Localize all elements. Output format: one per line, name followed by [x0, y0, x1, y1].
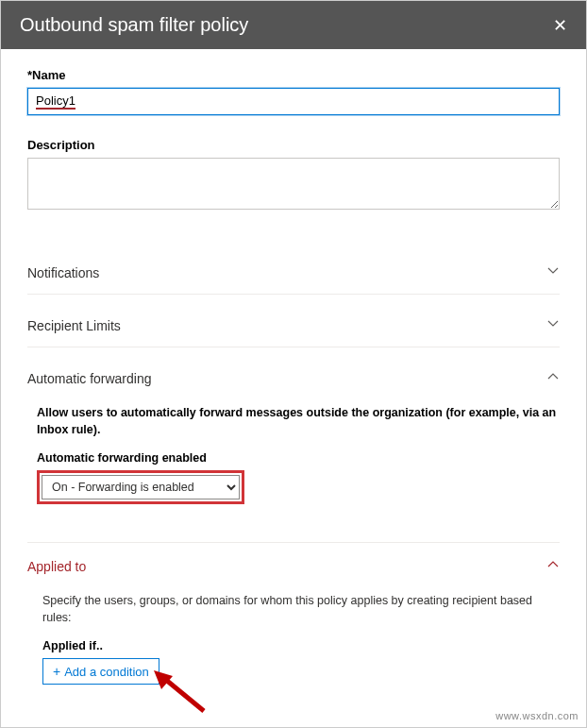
forwarding-enabled-label: Automatic forwarding enabled: [37, 451, 560, 465]
section-recipient-limits[interactable]: Recipient Limits: [27, 304, 560, 347]
applied-to-help-text: Specify the users, groups, or domains fo…: [42, 593, 560, 626]
section-automatic-forwarding[interactable]: Automatic forwarding: [27, 357, 560, 399]
section-applied-to[interactable]: Applied to: [27, 542, 560, 587]
panel-content: *Name Policy1 Description Notifications …: [1, 49, 586, 694]
forwarding-select[interactable]: On - Forwarding is enabled: [42, 475, 240, 499]
add-condition-button[interactable]: + Add a condition: [42, 658, 159, 685]
chevron-up-icon: [546, 558, 560, 574]
add-condition-label: Add a condition: [64, 665, 149, 679]
description-label: Description: [27, 138, 560, 152]
name-label: *Name: [27, 68, 560, 82]
chevron-down-icon: [546, 264, 560, 280]
chevron-up-icon: [546, 370, 560, 386]
applied-to-title: Applied to: [27, 559, 86, 574]
applied-if-label: Applied if..: [42, 639, 560, 652]
notifications-title: Notifications: [27, 265, 99, 280]
forwarding-select-highlight: On - Forwarding is enabled: [37, 470, 244, 504]
forwarding-help-text: Allow users to automatically forward mes…: [37, 405, 560, 438]
panel-header: Outbound spam filter policy ✕: [1, 1, 586, 49]
automatic-forwarding-content: Allow users to automatically forward mes…: [27, 399, 560, 504]
panel-title: Outbound spam filter policy: [20, 14, 248, 36]
description-textarea[interactable]: [27, 158, 560, 210]
close-icon[interactable]: ✕: [553, 15, 567, 36]
automatic-forwarding-title: Automatic forwarding: [27, 371, 152, 386]
name-value-text: Policy1: [36, 93, 75, 110]
plus-icon: +: [53, 664, 60, 679]
chevron-down-icon: [546, 317, 560, 333]
name-input[interactable]: Policy1: [27, 88, 560, 115]
section-notifications[interactable]: Notifications: [27, 251, 560, 295]
recipient-limits-title: Recipient Limits: [27, 318, 121, 333]
watermark-text: www.wsxdn.com: [495, 710, 579, 721]
applied-to-content: Specify the users, groups, or domains fo…: [27, 587, 560, 685]
